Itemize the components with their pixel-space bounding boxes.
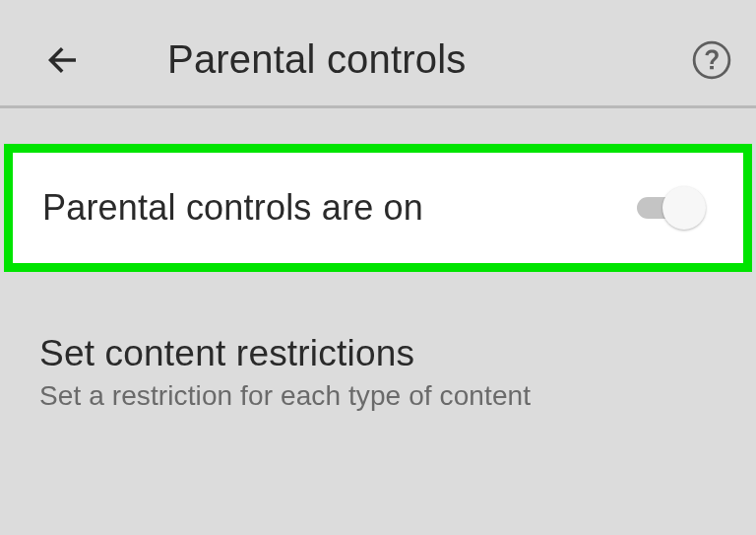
section-title: Set content restrictions: [39, 333, 717, 374]
spacer: [0, 108, 756, 144]
help-button[interactable]: [691, 39, 732, 81]
content-restrictions-section[interactable]: Set content restrictions Set a restricti…: [0, 333, 756, 412]
help-icon: [691, 39, 732, 81]
back-button[interactable]: [37, 35, 87, 85]
parental-controls-toggle[interactable]: [629, 183, 710, 233]
status-gap: [0, 0, 756, 14]
app-bar: Parental controls: [0, 14, 756, 108]
parental-controls-toggle-row: Parental controls are on: [4, 144, 752, 272]
page-title: Parental controls: [167, 37, 467, 82]
section-subtitle: Set a restriction for each type of conte…: [39, 380, 717, 412]
arrow-back-icon: [41, 39, 83, 81]
toggle-thumb: [662, 186, 706, 230]
toggle-label: Parental controls are on: [42, 187, 423, 229]
spacer: [0, 272, 756, 333]
